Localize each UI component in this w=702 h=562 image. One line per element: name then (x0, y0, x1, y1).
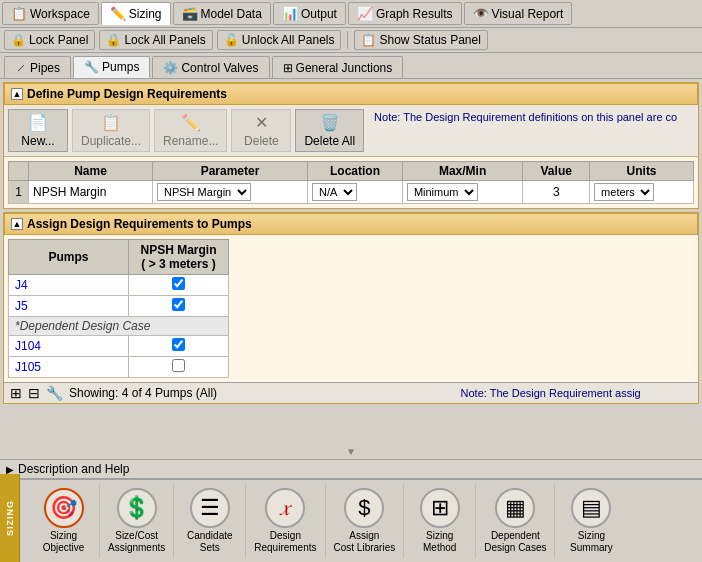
checkbox-j4[interactable] (172, 277, 185, 290)
units-select[interactable]: meters (594, 183, 654, 201)
col-location: Location (308, 162, 403, 181)
tool-size-cost-assignments[interactable]: 💲 Size/CostAssignments (100, 484, 174, 558)
lock-all-icon: 🔒 (106, 33, 121, 47)
pump-name-j5: J5 (9, 296, 129, 317)
sizing-summary-label: SizingSummary (570, 530, 613, 554)
checkbox-j104[interactable] (172, 338, 185, 351)
row-maxmin: Minimum (402, 181, 522, 204)
size-cost-icon-wrap: 💲 (117, 488, 157, 528)
tab-workspace[interactable]: 📋 Workspace (2, 2, 99, 25)
pump-row-j105: J105 (9, 357, 229, 378)
tab-sizing[interactable]: ✏️ Sizing (101, 2, 171, 25)
output-icon: 📊 (282, 6, 298, 21)
content-tab-bar: ⟋ Pipes 🔧 Pumps ⚙️ Control Valves ⊞ Gene… (0, 53, 702, 79)
rename-button[interactable]: ✏️ Rename... (154, 109, 227, 152)
dependent-design-icon-wrap: ▦ (495, 488, 535, 528)
tab-control-valves[interactable]: ⚙️ Control Valves (152, 56, 269, 78)
pump-row-dep: *Dependent Design Case (9, 317, 229, 336)
assign-req-section: ▲ Assign Design Requirements to Pumps Pu… (3, 212, 699, 404)
tab-visual-report[interactable]: 👁️ Visual Report (464, 2, 573, 25)
page-wrapper: 📋 Workspace ✏️ Sizing 🗃️ Model Data 📊 Ou… (0, 0, 702, 562)
delete-all-button[interactable]: 🗑️ Delete All (295, 109, 364, 152)
valves-icon: ⚙️ (163, 61, 178, 75)
lock-panel-button[interactable]: 🔒 Lock Panel (4, 30, 95, 50)
sizing-icon: ✏️ (110, 6, 126, 21)
tool-assign-cost-libraries[interactable]: $ AssignCost Libraries (326, 484, 405, 558)
duplicate-button[interactable]: 📋 Duplicate... (72, 109, 150, 152)
desc-toggle[interactable]: ▶ (6, 464, 14, 475)
sizing-method-label: SizingMethod (423, 530, 456, 554)
design-req-title: Define Pump Design Requirements (27, 87, 227, 101)
design-req-bottom-icon: 𝑥 (280, 495, 290, 521)
desc-label: Description and Help (18, 462, 129, 476)
parameter-select[interactable]: NPSH Margin (157, 183, 251, 201)
collapse-arrow[interactable]: ▼ (2, 446, 700, 457)
bottom-toolbar: SIZING 🎯 SizingObjective 💲 Size/CostAssi… (0, 479, 702, 562)
assign-table-wrap: Pumps NPSH Margin( > 3 meters ) J4 (4, 235, 698, 382)
tool-design-requirements[interactable]: 𝑥 DesignRequirements (246, 484, 325, 558)
tool-sizing-summary[interactable]: ▤ SizingSummary (555, 484, 627, 558)
size-cost-icon: 💲 (123, 495, 150, 521)
col-maxmin: Max/Min (402, 162, 522, 181)
design-req-bottom-label: DesignRequirements (254, 530, 316, 554)
design-req-header: ▲ Define Pump Design Requirements (4, 83, 698, 105)
new-icon: 📄 (28, 113, 48, 132)
showing-text: Showing: 4 of 4 Pumps (All) (69, 386, 217, 400)
dep-case-label: *Dependent Design Case (9, 317, 229, 336)
assign-note: Note: The Design Requirement assig (461, 387, 692, 399)
design-req-section: ▲ Define Pump Design Requirements 📄 New.… (3, 82, 699, 209)
top-menu-bar: 📋 Workspace ✏️ Sizing 🗃️ Model Data 📊 Ou… (0, 0, 702, 28)
unlock-all-panels-button[interactable]: 🔓 Unlock All Panels (217, 30, 342, 50)
checkbox-j5[interactable] (172, 298, 185, 311)
candidate-sets-icon: ☰ (200, 495, 220, 521)
pump-name-j104: J104 (9, 336, 129, 357)
design-req-toggle[interactable]: ▲ (11, 88, 23, 100)
tab-pipes[interactable]: ⟋ Pipes (4, 56, 71, 78)
delete-button[interactable]: ✕ Delete (231, 109, 291, 152)
tool-sizing-objective[interactable]: 🎯 SizingObjective (28, 484, 100, 558)
dependent-design-icon: ▦ (505, 495, 526, 521)
maxmin-select[interactable]: Minimum (407, 183, 478, 201)
sizing-objective-icon-wrap: 🎯 (44, 488, 84, 528)
pump-name-j105: J105 (9, 357, 129, 378)
delete-all-icon: 🗑️ (320, 113, 340, 132)
show-status-panel-button[interactable]: 📋 Show Status Panel (354, 30, 487, 50)
lock-icon: 🔒 (11, 33, 26, 47)
col-parameter: Parameter (152, 162, 307, 181)
checkbox-j105[interactable] (172, 359, 185, 372)
delete-icon: ✕ (255, 113, 268, 132)
row-name: NPSH Margin (29, 181, 153, 204)
graph-icon: 📈 (357, 6, 373, 21)
col-num (9, 162, 29, 181)
status-icon: 📋 (361, 33, 376, 47)
tab-output[interactable]: 📊 Output (273, 2, 346, 25)
unlock-icon: 🔓 (224, 33, 239, 47)
tool-dependent-design-cases[interactable]: ▦ DependentDesign Cases (476, 484, 555, 558)
pump-row-j4: J4 (9, 275, 229, 296)
rename-icon: ✏️ (181, 113, 201, 132)
tab-pumps[interactable]: 🔧 Pumps (73, 56, 150, 78)
main-toolbar: 🔒 Lock Panel 🔒 Lock All Panels 🔓 Unlock … (0, 28, 702, 53)
lock-all-panels-button[interactable]: 🔒 Lock All Panels (99, 30, 212, 50)
sizing-objective-icon: 🎯 (50, 495, 77, 521)
desc-help-bar: ▶ Description and Help (0, 459, 702, 479)
junctions-icon: ⊞ (283, 61, 293, 75)
row-location: N/A (308, 181, 403, 204)
design-req-table: Name Parameter Location Max/Min Value Un… (8, 161, 694, 204)
assign-req-header: ▲ Assign Design Requirements to Pumps (4, 213, 698, 235)
design-req-note: Note: The Design Requirement definitions… (368, 109, 683, 152)
col-npsh-header: NPSH Margin( > 3 meters ) (129, 240, 229, 275)
assign-req-toggle[interactable]: ▲ (11, 218, 23, 230)
expand-icon: ⊞ (10, 385, 22, 401)
candidate-sets-icon-wrap: ☰ (190, 488, 230, 528)
new-button[interactable]: 📄 New... (8, 109, 68, 152)
scrollable-panel: ▲ Define Pump Design Requirements 📄 New.… (0, 79, 702, 444)
design-req-icon-wrap: 𝑥 (265, 488, 305, 528)
tab-model-data[interactable]: 🗃️ Model Data (173, 2, 271, 25)
tab-graph-results[interactable]: 📈 Graph Results (348, 2, 462, 25)
tab-general-junctions[interactable]: ⊞ General Junctions (272, 56, 404, 78)
tool-sizing-method[interactable]: ⊞ SizingMethod (404, 484, 476, 558)
tool-candidate-sets[interactable]: ☰ CandidateSets (174, 484, 246, 558)
location-select[interactable]: N/A (312, 183, 357, 201)
assign-cost-label: AssignCost Libraries (334, 530, 396, 554)
